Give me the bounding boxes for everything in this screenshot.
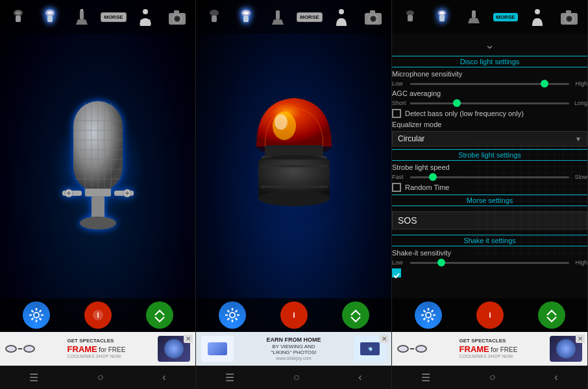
nav-home-3[interactable]: ○ bbox=[482, 369, 504, 386]
ad-banner-3: GET SPECTACLES FRAME for FREE COOLWINKS … bbox=[392, 332, 587, 366]
ad-text-1: GET SPECTACLES FRAME for FREE COOLWINKS … bbox=[67, 338, 126, 360]
svg-rect-103 bbox=[566, 10, 571, 14]
svg-rect-16 bbox=[174, 10, 179, 14]
equalizer-mode-dropdown[interactable]: Circular ▼ bbox=[392, 131, 587, 147]
toolbar-person-1[interactable] bbox=[134, 5, 157, 29]
microphone-sensitivity-slider[interactable] bbox=[410, 83, 569, 85]
ad-banner-1: GET SPECTACLES FRAME for FREE COOLWINKS … bbox=[0, 332, 195, 366]
toolbar-camera-3[interactable] bbox=[557, 5, 581, 29]
svg-text:I: I bbox=[293, 311, 295, 319]
svg-point-41 bbox=[80, 217, 116, 230]
ad-text-3: GET SPECTACLES FRAME for FREE COOLWINKS … bbox=[459, 338, 518, 360]
nav-home-1[interactable]: ○ bbox=[90, 369, 112, 386]
strobe-speed-slider[interactable] bbox=[410, 176, 569, 178]
strobe-speed-label-row: Strobe light speed bbox=[392, 163, 587, 171]
nav-menu-3[interactable]: ☰ bbox=[413, 369, 438, 386]
ad-text-2: EARN FROM HOME BY VIEWING AND "LIKING" P… bbox=[234, 336, 354, 361]
morse-section-header: Morse settings bbox=[392, 194, 587, 206]
svg-point-96 bbox=[440, 12, 445, 14]
stop-button-2[interactable]: I bbox=[280, 301, 308, 329]
svg-point-43 bbox=[34, 313, 38, 317]
svg-line-51 bbox=[31, 318, 33, 320]
ad-close-2[interactable]: ✕ bbox=[380, 335, 389, 343]
nav-menu-1[interactable]: ☰ bbox=[21, 369, 46, 386]
ad-close-3[interactable]: ✕ bbox=[576, 335, 585, 343]
nav-back-2[interactable]: ‹ bbox=[350, 369, 369, 386]
ad-close-1[interactable]: ✕ bbox=[184, 335, 193, 343]
svg-line-112 bbox=[431, 311, 433, 312]
toolbar-person-2[interactable] bbox=[330, 5, 353, 29]
random-time-row[interactable]: Random Time bbox=[392, 183, 587, 192]
nav-home-2[interactable]: ○ bbox=[286, 369, 308, 386]
toolbar-flashlight-off-1[interactable] bbox=[6, 5, 30, 29]
detect-bass-checkbox[interactable] bbox=[392, 109, 401, 118]
gear-button-2[interactable] bbox=[219, 301, 246, 329]
panel-settings: MORSE ⌄ Disco light settings bbox=[392, 0, 588, 389]
nav-bar-3: ☰ ○ ‹ bbox=[392, 366, 587, 389]
siren-display bbox=[196, 34, 391, 298]
detect-bass-row[interactable]: Detect bass only (low frequency only) bbox=[392, 109, 587, 118]
settings-scroll[interactable]: ⌄ Disco light settings Microphone sensit… bbox=[392, 34, 587, 298]
nav-menu-2[interactable]: ☰ bbox=[217, 369, 242, 386]
toolbar-beam-2[interactable] bbox=[266, 5, 289, 29]
stop-button-3[interactable]: I bbox=[476, 301, 504, 329]
panel2-bottom: I EARN FROM HOME BY VIEWING AND bbox=[196, 298, 391, 389]
toolbar-flashlight-off-3[interactable] bbox=[398, 5, 422, 29]
random-time-checkbox[interactable] bbox=[392, 183, 401, 192]
bottom-controls-2: I bbox=[196, 298, 391, 332]
shake-checkbox[interactable] bbox=[392, 268, 401, 277]
toolbar-flashlight-on-2[interactable] bbox=[234, 5, 258, 29]
expand-button-3[interactable] bbox=[538, 301, 565, 329]
svg-line-85 bbox=[227, 311, 229, 312]
agc-averaging-slider[interactable] bbox=[410, 102, 569, 104]
toolbar-flashlight-off-2[interactable] bbox=[202, 5, 226, 29]
svg-rect-77 bbox=[260, 165, 328, 167]
svg-point-60 bbox=[243, 12, 249, 15]
toolbar-person-3[interactable] bbox=[526, 5, 549, 29]
svg-line-50 bbox=[39, 311, 41, 312]
panel1-bottom: I GET SPECTACLES FR bbox=[0, 298, 195, 389]
expand-button-1[interactable] bbox=[146, 301, 173, 329]
toolbar-flashlight-on-3[interactable] bbox=[430, 5, 454, 29]
toolbar-morse-3[interactable]: MORSE bbox=[494, 5, 517, 29]
svg-point-5 bbox=[47, 12, 53, 15]
ad-glasses-image-1 bbox=[5, 345, 35, 353]
svg-point-92 bbox=[406, 10, 414, 16]
nav-back-3[interactable]: ‹ bbox=[546, 369, 565, 386]
panel-siren: MORSE bbox=[196, 0, 392, 389]
svg-rect-1 bbox=[16, 16, 21, 22]
chevron-expand[interactable]: ⌄ bbox=[392, 34, 587, 53]
strobe-speed-slider-row: Fast Slow bbox=[392, 174, 587, 180]
svg-point-105 bbox=[426, 313, 430, 317]
stop-button-1[interactable]: I bbox=[84, 301, 112, 329]
svg-point-99 bbox=[535, 9, 540, 14]
expand-button-2[interactable] bbox=[342, 301, 369, 329]
toolbar-beam-1[interactable] bbox=[70, 5, 93, 29]
shake-checkbox-row[interactable] bbox=[392, 268, 587, 277]
toolbar-morse-1[interactable]: MORSE bbox=[102, 5, 125, 29]
toolbar-camera-1[interactable] bbox=[165, 5, 189, 29]
toolbar-flashlight-on-1[interactable] bbox=[38, 5, 62, 29]
svg-line-86 bbox=[235, 318, 237, 320]
microphone-sensitivity-slider-row: Low High bbox=[392, 80, 587, 87]
toolbar-camera-2[interactable] bbox=[361, 5, 385, 29]
microphone-display bbox=[0, 34, 195, 298]
svg-rect-9 bbox=[80, 9, 83, 11]
svg-line-49 bbox=[39, 318, 41, 320]
gear-button-3[interactable] bbox=[415, 301, 442, 329]
agc-averaging-slider-row: Short Long bbox=[392, 100, 587, 106]
nav-back-1[interactable]: ‹ bbox=[154, 369, 173, 386]
panel3-bottom: I GET SPECTACLES FR bbox=[392, 298, 587, 389]
svg-line-113 bbox=[423, 318, 425, 320]
morse-text-input[interactable] bbox=[392, 211, 587, 230]
shake-sensitivity-slider[interactable] bbox=[410, 262, 569, 264]
gear-button-1[interactable] bbox=[23, 301, 50, 329]
settings-content: ⌄ Disco light settings Microphone sensit… bbox=[392, 34, 587, 298]
svg-line-111 bbox=[431, 318, 433, 320]
nav-bar-2: ☰ ○ ‹ bbox=[196, 366, 391, 389]
toolbar-morse-2[interactable]: MORSE bbox=[298, 5, 321, 29]
svg-point-56 bbox=[210, 10, 219, 16]
svg-rect-59 bbox=[243, 16, 249, 22]
toolbar-beam-3[interactable] bbox=[462, 5, 485, 29]
svg-rect-61 bbox=[276, 10, 280, 19]
